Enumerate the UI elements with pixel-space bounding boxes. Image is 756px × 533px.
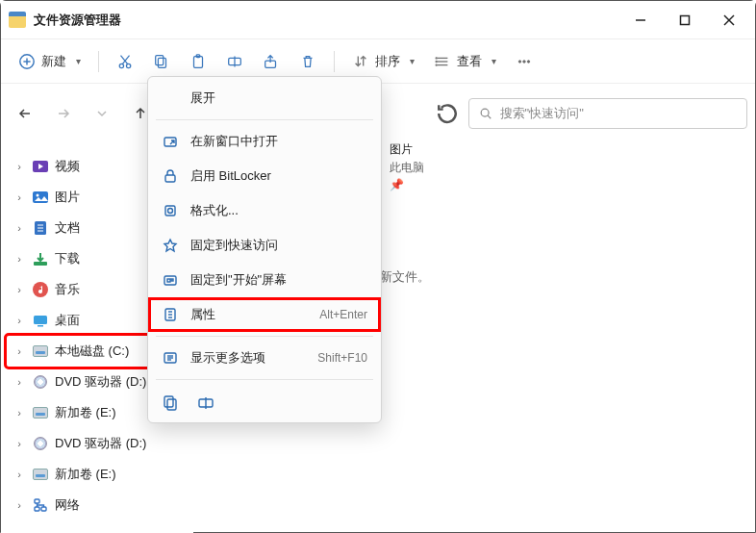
menu-item-properties[interactable]: 属性Alt+Enter: [148, 297, 381, 332]
svg-rect-43: [35, 507, 39, 511]
copy-button[interactable]: [145, 45, 178, 78]
maximize-button[interactable]: [663, 1, 707, 39]
svg-point-49: [168, 209, 173, 214]
close-button[interactable]: [707, 1, 751, 39]
menu-separator: [156, 336, 373, 337]
new-label: 新建: [41, 53, 66, 70]
refresh-button[interactable]: [434, 98, 461, 129]
disk-icon: [32, 466, 49, 483]
disk-icon: [32, 404, 49, 421]
copy-icon[interactable]: [158, 390, 185, 417]
minimize-button[interactable]: [618, 1, 663, 39]
menu-item-format[interactable]: 格式化...: [148, 193, 381, 228]
videos-icon: [32, 158, 49, 175]
toolbar-separator: [98, 51, 99, 72]
menu-item-more[interactable]: 显示更多选项Shift+F10: [148, 341, 381, 375]
menu-quick-actions: [148, 384, 381, 419]
share-button[interactable]: [255, 45, 288, 78]
sort-button[interactable]: 排序▾: [344, 45, 422, 78]
blank-icon: [162, 89, 179, 107]
sidebar-item-label: 文档: [55, 219, 80, 237]
view-label: 查看: [457, 53, 482, 70]
recent-button[interactable]: [93, 105, 111, 122]
format-icon: [162, 202, 179, 219]
svg-rect-37: [34, 262, 47, 266]
svg-rect-13: [194, 56, 203, 67]
sidebar-item-label: 本地磁盘 (C:): [55, 343, 129, 360]
pictures-icon: [32, 189, 49, 206]
svg-point-32: [37, 194, 39, 197]
chevron-down-icon: ▾: [410, 56, 415, 66]
svg-rect-11: [158, 58, 165, 67]
sidebar-item-disk[interactable]: ›新加卷 (E:): [7, 459, 188, 490]
sidebar-item-dvd[interactable]: ›DVD 驱动器 (D:): [7, 428, 188, 459]
menu-item-new-window[interactable]: 在新窗口中打开: [148, 124, 381, 159]
svg-point-26: [527, 60, 530, 63]
menu-item-bitlocker[interactable]: 启用 BitLocker: [148, 159, 381, 193]
desktop-icon: [32, 312, 49, 329]
sidebar-item-label: 新加卷 (E:): [55, 466, 116, 483]
rename-icon[interactable]: [192, 390, 219, 417]
svg-point-24: [518, 60, 521, 63]
svg-point-38: [33, 282, 48, 297]
svg-rect-47: [165, 175, 175, 182]
menu-item-accelerator: Alt+Enter: [319, 308, 367, 321]
svg-rect-51: [167, 279, 170, 282]
music-icon: [32, 281, 49, 298]
menu-item-label: 固定到快速访问: [190, 237, 356, 254]
svg-rect-40: [38, 325, 43, 327]
downloads-icon: [32, 250, 49, 267]
network-icon: [32, 496, 49, 514]
expand-icon: ›: [13, 253, 26, 265]
svg-point-7: [119, 63, 123, 67]
sidebar-item-label: DVD 驱动器 (D:): [55, 435, 146, 452]
window-title: 文件资源管理器: [34, 12, 121, 29]
expand-icon: ›: [13, 284, 26, 295]
sidebar-item-label: 音乐: [55, 281, 80, 298]
menu-item-pin-quick[interactable]: 固定到快速访问: [148, 228, 381, 263]
sidebar-item-label: 图片: [55, 189, 80, 206]
svg-rect-61: [167, 399, 176, 410]
docs-icon: [32, 219, 49, 237]
svg-rect-41: [35, 499, 39, 503]
menu-item-pin-start[interactable]: 固定到"开始"屏幕: [148, 263, 381, 297]
paste-button[interactable]: [182, 45, 214, 78]
expand-icon: ›: [13, 222, 26, 234]
expand-icon: ›: [13, 161, 26, 172]
cut-button[interactable]: [109, 45, 141, 78]
toolbar-separator: [334, 51, 335, 72]
forward-button[interactable]: [55, 105, 72, 122]
pin-start-icon: [162, 271, 179, 289]
svg-point-8: [126, 63, 130, 67]
menu-item-expand[interactable]: 展开: [148, 81, 381, 115]
svg-point-23: [436, 64, 437, 65]
expand-icon: ›: [13, 499, 26, 511]
pin-quick-icon: [162, 237, 179, 254]
menu-item-label: 启用 BitLocker: [190, 167, 356, 185]
chevron-down-icon: ▾: [76, 56, 81, 66]
delete-button[interactable]: [291, 45, 324, 78]
svg-rect-31: [33, 191, 48, 203]
more-button[interactable]: [508, 45, 541, 78]
new-button[interactable]: 新建▾: [11, 45, 88, 78]
sidebar-item-label: 下载: [55, 250, 80, 267]
pin-icon: 📌: [390, 178, 404, 191]
rename-button[interactable]: [218, 45, 251, 78]
svg-point-22: [436, 61, 437, 62]
svg-rect-62: [164, 396, 173, 407]
view-button[interactable]: 查看▾: [426, 45, 504, 78]
sort-label: 排序: [375, 53, 400, 70]
new-window-icon: [162, 133, 179, 150]
menu-separator: [156, 119, 373, 120]
sidebar-item-label: 网络: [55, 496, 80, 514]
expand-icon: ›: [13, 191, 26, 203]
expand-icon: ›: [13, 407, 26, 419]
search-input[interactable]: 搜索"快速访问": [468, 98, 747, 129]
back-button[interactable]: [16, 105, 34, 122]
sidebar-item-network[interactable]: ›网络: [7, 490, 188, 520]
chevron-down-icon: ▾: [491, 56, 496, 66]
menu-item-label: 固定到"开始"屏幕: [190, 271, 356, 289]
menu-item-label: 格式化...: [190, 202, 356, 219]
window-controls: [618, 1, 751, 39]
expand-icon: ›: [13, 315, 26, 326]
